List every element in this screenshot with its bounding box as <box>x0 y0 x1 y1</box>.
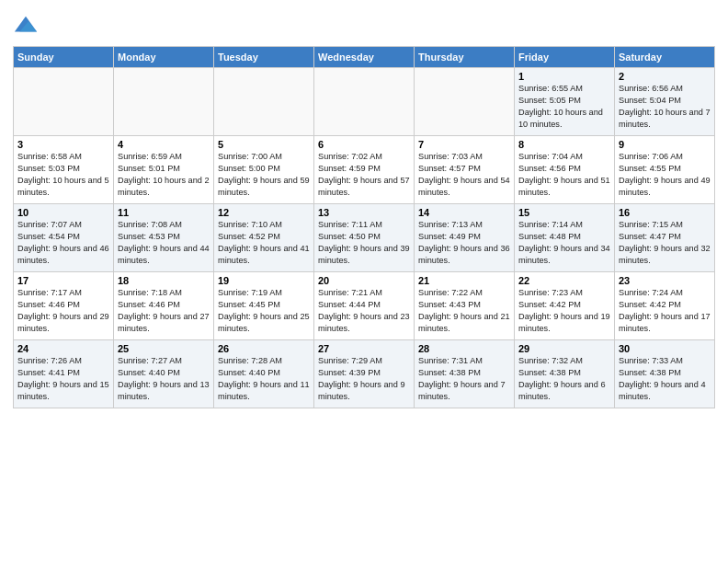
day-info: Sunrise: 7:27 AM Sunset: 4:40 PM Dayligh… <box>118 355 210 403</box>
calendar-cell: 19Sunrise: 7:19 AM Sunset: 4:45 PM Dayli… <box>214 272 314 340</box>
calendar-week-3: 17Sunrise: 7:17 AM Sunset: 4:46 PM Dayli… <box>14 272 715 340</box>
calendar-cell <box>114 68 214 136</box>
day-number: 24 <box>17 343 109 354</box>
calendar-cell: 22Sunrise: 7:23 AM Sunset: 4:42 PM Dayli… <box>515 272 615 340</box>
day-info: Sunrise: 7:00 AM Sunset: 5:00 PM Dayligh… <box>218 151 310 199</box>
calendar-cell: 25Sunrise: 7:27 AM Sunset: 4:40 PM Dayli… <box>114 340 214 408</box>
calendar-cell: 30Sunrise: 7:33 AM Sunset: 4:38 PM Dayli… <box>615 340 715 408</box>
day-info: Sunrise: 7:17 AM Sunset: 4:46 PM Dayligh… <box>17 287 109 335</box>
day-number: 4 <box>118 139 210 150</box>
day-number: 21 <box>418 275 510 286</box>
day-info: Sunrise: 6:59 AM Sunset: 5:01 PM Dayligh… <box>118 151 210 199</box>
day-number: 13 <box>318 207 410 218</box>
day-info: Sunrise: 7:02 AM Sunset: 4:59 PM Dayligh… <box>318 151 410 199</box>
day-number: 26 <box>218 343 310 354</box>
calendar-week-2: 10Sunrise: 7:07 AM Sunset: 4:54 PM Dayli… <box>14 204 715 272</box>
day-info: Sunrise: 7:32 AM Sunset: 4:38 PM Dayligh… <box>518 355 610 403</box>
day-info: Sunrise: 7:23 AM Sunset: 4:42 PM Dayligh… <box>518 287 610 335</box>
calendar-cell: 11Sunrise: 7:08 AM Sunset: 4:53 PM Dayli… <box>114 204 214 272</box>
page-header <box>13 9 715 39</box>
col-header-wednesday: Wednesday <box>314 47 415 68</box>
day-info: Sunrise: 7:15 AM Sunset: 4:47 PM Dayligh… <box>619 219 711 267</box>
day-number: 20 <box>318 275 410 286</box>
col-header-sunday: Sunday <box>14 47 114 68</box>
day-info: Sunrise: 7:03 AM Sunset: 4:57 PM Dayligh… <box>418 151 510 199</box>
day-number: 11 <box>118 207 210 218</box>
col-header-tuesday: Tuesday <box>214 47 314 68</box>
calendar-cell: 14Sunrise: 7:13 AM Sunset: 4:49 PM Dayli… <box>415 204 515 272</box>
calendar-cell: 9Sunrise: 7:06 AM Sunset: 4:55 PM Daylig… <box>615 136 715 204</box>
day-info: Sunrise: 7:24 AM Sunset: 4:42 PM Dayligh… <box>619 287 711 335</box>
day-number: 2 <box>619 71 711 82</box>
day-info: Sunrise: 7:06 AM Sunset: 4:55 PM Dayligh… <box>619 151 711 199</box>
calendar-table: SundayMondayTuesdayWednesdayThursdayFrid… <box>13 46 715 408</box>
day-number: 23 <box>619 275 711 286</box>
day-number: 1 <box>518 71 610 82</box>
day-info: Sunrise: 7:22 AM Sunset: 4:43 PM Dayligh… <box>418 287 510 335</box>
day-number: 5 <box>218 139 310 150</box>
calendar-cell: 12Sunrise: 7:10 AM Sunset: 4:52 PM Dayli… <box>214 204 314 272</box>
day-info: Sunrise: 7:28 AM Sunset: 4:40 PM Dayligh… <box>218 355 310 403</box>
day-info: Sunrise: 7:11 AM Sunset: 4:50 PM Dayligh… <box>318 219 410 267</box>
calendar-header-row: SundayMondayTuesdayWednesdayThursdayFrid… <box>14 47 715 68</box>
calendar-cell: 27Sunrise: 7:29 AM Sunset: 4:39 PM Dayli… <box>314 340 415 408</box>
day-info: Sunrise: 6:55 AM Sunset: 5:05 PM Dayligh… <box>518 83 610 131</box>
day-number: 30 <box>619 343 711 354</box>
day-info: Sunrise: 7:19 AM Sunset: 4:45 PM Dayligh… <box>218 287 310 335</box>
day-number: 16 <box>619 207 711 218</box>
page: SundayMondayTuesdayWednesdayThursdayFrid… <box>0 0 728 563</box>
calendar-cell: 18Sunrise: 7:18 AM Sunset: 4:46 PM Dayli… <box>114 272 214 340</box>
day-number: 19 <box>218 275 310 286</box>
calendar-cell: 5Sunrise: 7:00 AM Sunset: 5:00 PM Daylig… <box>214 136 314 204</box>
day-number: 14 <box>418 207 510 218</box>
calendar-cell: 26Sunrise: 7:28 AM Sunset: 4:40 PM Dayli… <box>214 340 314 408</box>
day-info: Sunrise: 7:10 AM Sunset: 4:52 PM Dayligh… <box>218 219 310 267</box>
day-info: Sunrise: 7:13 AM Sunset: 4:49 PM Dayligh… <box>418 219 510 267</box>
day-info: Sunrise: 7:04 AM Sunset: 4:56 PM Dayligh… <box>518 151 610 199</box>
calendar-cell <box>14 68 114 136</box>
day-info: Sunrise: 7:26 AM Sunset: 4:41 PM Dayligh… <box>17 355 109 403</box>
day-info: Sunrise: 7:31 AM Sunset: 4:38 PM Dayligh… <box>418 355 510 403</box>
calendar-cell: 4Sunrise: 6:59 AM Sunset: 5:01 PM Daylig… <box>114 136 214 204</box>
col-header-monday: Monday <box>114 47 214 68</box>
calendar-cell: 16Sunrise: 7:15 AM Sunset: 4:47 PM Dayli… <box>615 204 715 272</box>
day-number: 9 <box>619 139 711 150</box>
day-number: 12 <box>218 207 310 218</box>
calendar-cell: 8Sunrise: 7:04 AM Sunset: 4:56 PM Daylig… <box>515 136 615 204</box>
calendar-cell: 10Sunrise: 7:07 AM Sunset: 4:54 PM Dayli… <box>14 204 114 272</box>
calendar-cell <box>214 68 314 136</box>
col-header-thursday: Thursday <box>415 47 515 68</box>
calendar-week-1: 3Sunrise: 6:58 AM Sunset: 5:03 PM Daylig… <box>14 136 715 204</box>
calendar-cell: 28Sunrise: 7:31 AM Sunset: 4:38 PM Dayli… <box>415 340 515 408</box>
day-number: 18 <box>118 275 210 286</box>
calendar-cell: 20Sunrise: 7:21 AM Sunset: 4:44 PM Dayli… <box>314 272 415 340</box>
calendar-cell <box>415 68 515 136</box>
day-info: Sunrise: 7:21 AM Sunset: 4:44 PM Dayligh… <box>318 287 410 335</box>
calendar-cell: 3Sunrise: 6:58 AM Sunset: 5:03 PM Daylig… <box>14 136 114 204</box>
calendar-cell: 23Sunrise: 7:24 AM Sunset: 4:42 PM Dayli… <box>615 272 715 340</box>
calendar-cell: 2Sunrise: 6:56 AM Sunset: 5:04 PM Daylig… <box>615 68 715 136</box>
calendar-cell: 24Sunrise: 7:26 AM Sunset: 4:41 PM Dayli… <box>14 340 114 408</box>
calendar-week-0: 1Sunrise: 6:55 AM Sunset: 5:05 PM Daylig… <box>14 68 715 136</box>
day-number: 29 <box>518 343 610 354</box>
day-info: Sunrise: 7:14 AM Sunset: 4:48 PM Dayligh… <box>518 219 610 267</box>
day-info: Sunrise: 7:07 AM Sunset: 4:54 PM Dayligh… <box>17 219 109 267</box>
day-info: Sunrise: 7:08 AM Sunset: 4:53 PM Dayligh… <box>118 219 210 267</box>
calendar-cell: 6Sunrise: 7:02 AM Sunset: 4:59 PM Daylig… <box>314 136 415 204</box>
day-number: 25 <box>118 343 210 354</box>
day-number: 8 <box>518 139 610 150</box>
day-number: 28 <box>418 343 510 354</box>
day-number: 27 <box>318 343 410 354</box>
calendar-cell: 7Sunrise: 7:03 AM Sunset: 4:57 PM Daylig… <box>415 136 515 204</box>
day-number: 3 <box>17 139 109 150</box>
col-header-saturday: Saturday <box>615 47 715 68</box>
calendar-cell: 1Sunrise: 6:55 AM Sunset: 5:05 PM Daylig… <box>515 68 615 136</box>
day-info: Sunrise: 6:56 AM Sunset: 5:04 PM Dayligh… <box>619 83 711 131</box>
col-header-friday: Friday <box>515 47 615 68</box>
day-info: Sunrise: 7:33 AM Sunset: 4:38 PM Dayligh… <box>619 355 711 403</box>
calendar-cell: 21Sunrise: 7:22 AM Sunset: 4:43 PM Dayli… <box>415 272 515 340</box>
calendar-cell: 29Sunrise: 7:32 AM Sunset: 4:38 PM Dayli… <box>515 340 615 408</box>
day-number: 6 <box>318 139 410 150</box>
calendar-cell: 13Sunrise: 7:11 AM Sunset: 4:50 PM Dayli… <box>314 204 415 272</box>
day-number: 22 <box>518 275 610 286</box>
